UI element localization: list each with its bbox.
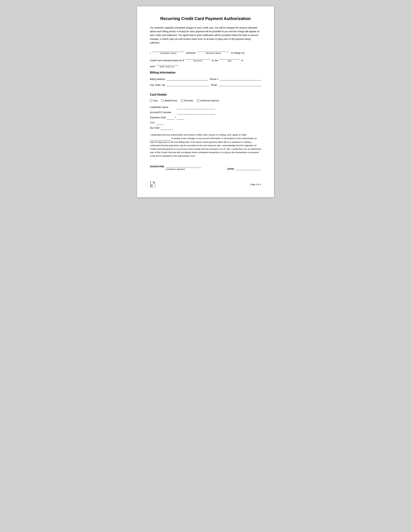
zip-row: Zip Code <box>150 126 261 130</box>
account-label: Account/CC Number <box>150 110 176 114</box>
mastercard-label: MasterCard <box>165 99 177 102</box>
credit-card-row: Credit Card indicated below for $ (Amoun… <box>150 57 261 62</box>
authorize-prefix: I <box>150 52 151 54</box>
expiry-row: Expiration Date / <box>150 115 261 120</box>
signature-sub-label: (Cardholder's Signature) <box>166 168 185 170</box>
city-state-row: City, State, Zip Email <box>150 83 261 86</box>
amount-label: (Amount $) <box>193 60 202 62</box>
discover-checkbox-item: Discover <box>181 99 193 102</box>
period-field[interactable] <box>156 63 178 66</box>
document-icon: e <box>150 181 155 188</box>
zip-input[interactable] <box>160 127 173 130</box>
merchant-name-label: (Merchant's Name) <box>206 52 221 54</box>
visa-checkbox-item: Visa <box>150 99 158 102</box>
billing-address-row: Billing Address Phone # <box>150 77 261 80</box>
signature-section: SIGNATURE (Cardholder's Signature) DATE <box>150 164 261 170</box>
card-type-row: Visa MasterCard Discover American Expres… <box>150 99 261 102</box>
cardholder-name-row: Cardholder Name <box>150 105 261 109</box>
cardholder-name-group: (Cardholder's Name) <box>152 49 184 54</box>
mastercard-checkbox-item: MasterCard <box>162 99 177 102</box>
amex-checkbox[interactable] <box>197 99 199 102</box>
cvv-input[interactable] <box>156 122 164 125</box>
mastercard-checkbox[interactable] <box>162 99 164 102</box>
each-prefix: each <box>150 65 155 68</box>
zip-label: Zip Code <box>150 126 159 130</box>
city-state-field[interactable] <box>167 83 209 86</box>
authorize-middle: authorize <box>186 52 196 54</box>
date-row: DATE <box>228 167 261 170</box>
document-page: Recurring Credit Card Payment Authorizat… <box>137 6 274 197</box>
period-period: . <box>179 65 180 68</box>
email-label: Email <box>211 84 217 86</box>
cardholder-name-input[interactable] <box>177 106 215 109</box>
discover-checkbox[interactable] <box>181 99 183 102</box>
discover-label: Discover <box>184 99 193 102</box>
page-title: Recurring Credit Card Payment Authorizat… <box>150 16 261 21</box>
on-the-text: on the <box>212 59 218 62</box>
cardholder-name-field[interactable] <box>152 49 184 52</box>
visa-label: Visa <box>153 99 158 102</box>
cvv-row: CVV <box>150 121 261 125</box>
merchant-name-field[interactable] <box>197 49 229 52</box>
expiration-label: Expiration Date <box>150 115 166 120</box>
phone-field[interactable] <box>220 77 261 80</box>
cvv-label: CVV <box>150 121 155 125</box>
day-group: (day) <box>219 57 240 62</box>
account-number-row: Account/CC Number <box>150 110 261 114</box>
card-details-title: Card Details <box>150 93 261 96</box>
expiry-month-input[interactable] <box>166 116 174 120</box>
signature-group: SIGNATURE (Cardholder's Signature) <box>150 164 201 170</box>
legal-blank-field[interactable] <box>150 137 171 140</box>
period-group: (week, month, etc.) <box>156 63 178 68</box>
amount-field[interactable] <box>185 57 211 59</box>
city-state-label: City, State, Zip <box>150 84 165 86</box>
billing-address-field[interactable] <box>167 77 208 80</box>
cardholder-name-row-label: Cardholder Name <box>150 105 176 109</box>
amex-label: American Express <box>200 99 219 102</box>
authorize-suffix: to charge my <box>231 52 245 54</box>
each-row: each (week, month, etc.) . <box>150 63 261 68</box>
billing-section-title: Billing Information <box>150 71 261 74</box>
expiry-separator: / <box>175 115 176 120</box>
card-details-section: Card Details Visa MasterCard Discover Am… <box>150 93 261 130</box>
signature-row: SIGNATURE <box>150 164 201 168</box>
day-label: (day) <box>228 60 232 62</box>
page-number: Page 1 of 1 <box>250 183 261 186</box>
period-label: (week, month, etc.) <box>160 66 175 68</box>
amex-checkbox-item: American Express <box>197 99 219 102</box>
legal-text-part1: I understand that this authorization wil… <box>150 133 247 136</box>
cardholder-name-label: (Cardholder's Name) <box>160 52 176 54</box>
date-label: DATE <box>228 168 234 170</box>
svg-text:e: e <box>151 185 152 186</box>
legal-text-block: I understand that this authorization wil… <box>150 133 261 158</box>
intro-paragraph: You authorize regularly scheduled charge… <box>150 26 261 45</box>
visa-checkbox[interactable] <box>150 99 152 102</box>
email-field[interactable] <box>218 83 261 86</box>
cc-prefix: Credit Card indicated below for $ <box>150 59 184 62</box>
authorize-row: I (Cardholder's Name) authorize (Merchan… <box>150 49 261 54</box>
card-info-block: Cardholder Name Account/CC Number Expira… <box>150 105 261 130</box>
expiry-year-input[interactable] <box>176 116 184 120</box>
amount-group: (Amount $) <box>185 57 211 62</box>
phone-label: Phone # <box>210 78 218 80</box>
signature-field[interactable] <box>165 164 201 168</box>
account-number-input[interactable] <box>177 111 215 114</box>
billing-address-label: Billing Address <box>150 78 165 80</box>
date-field[interactable] <box>235 167 261 170</box>
day-field[interactable] <box>219 57 240 59</box>
signature-label: SIGNATURE <box>150 165 164 168</box>
footer: e Page 1 of 1 <box>150 180 261 188</box>
merchant-name-group: (Merchant's Name) <box>197 49 229 54</box>
of-text: of <box>241 59 243 62</box>
